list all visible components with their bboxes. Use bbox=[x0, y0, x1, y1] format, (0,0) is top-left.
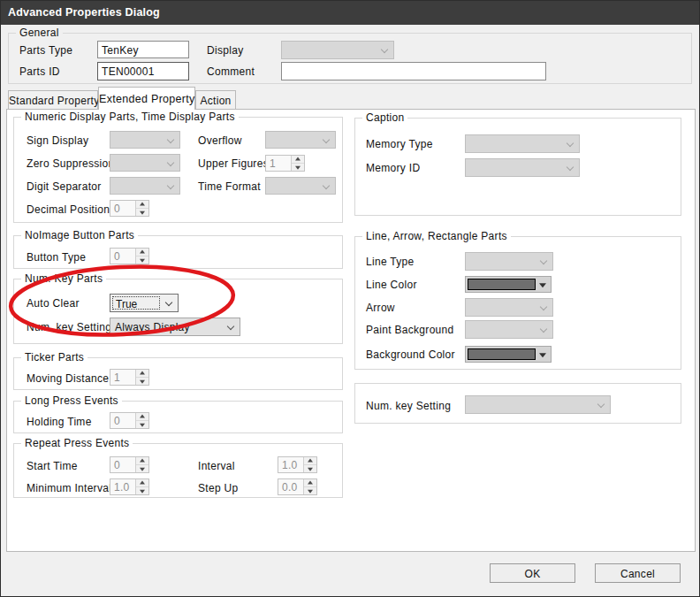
sign-display-combobox[interactable] bbox=[110, 131, 180, 149]
spin-down-button[interactable] bbox=[304, 464, 316, 472]
parts-type-label: Parts Type bbox=[19, 44, 72, 57]
group-long-press-events-title: Long Press Events bbox=[21, 394, 122, 407]
start-time-spinner[interactable]: 0 bbox=[110, 456, 149, 473]
decimal-position-label: Decimal Position bbox=[27, 203, 110, 216]
overflow-combobox[interactable] bbox=[265, 131, 336, 149]
num-key-setting-box-combobox[interactable] bbox=[465, 395, 611, 414]
spin-down-button[interactable] bbox=[136, 420, 148, 428]
step-up-spinner[interactable]: 0.0 bbox=[278, 478, 317, 495]
zero-suppression-combobox[interactable] bbox=[110, 154, 180, 172]
chevron-down-icon bbox=[167, 136, 174, 143]
holding-time-spinner[interactable]: 0 bbox=[110, 412, 149, 429]
parts-id-field[interactable]: TEN00001 bbox=[97, 62, 189, 80]
group-line-arrow-rectangle: Line, Arrow, Rectangle Parts Line Type L… bbox=[354, 236, 681, 370]
memory-id-combobox[interactable] bbox=[465, 158, 580, 177]
moving-distance-label: Moving Distance bbox=[27, 372, 109, 385]
spin-down-button[interactable] bbox=[136, 208, 148, 216]
num-key-setting-combobox[interactable]: Always Display bbox=[110, 318, 240, 336]
button-type-spinner[interactable]: 0 bbox=[110, 248, 149, 264]
spin-down-button[interactable] bbox=[292, 163, 304, 171]
tab-extended-property[interactable]: Extended Property bbox=[98, 87, 195, 110]
spin-up-button[interactable] bbox=[136, 370, 148, 377]
group-numeric-display: Numeric Display Parts, Time Display Part… bbox=[13, 117, 343, 223]
upper-figures-spinner[interactable]: 1 bbox=[265, 155, 305, 172]
group-repeat-press-events-title: Repeat Press Events bbox=[21, 437, 133, 449]
spin-up-button[interactable] bbox=[136, 249, 148, 256]
tab-standard-property[interactable]: Standard Property bbox=[8, 90, 98, 109]
decimal-position-spinner[interactable]: 0 bbox=[110, 200, 149, 217]
line-type-combobox[interactable] bbox=[465, 252, 553, 271]
moving-distance-spinner[interactable]: 1 bbox=[110, 369, 149, 386]
chevron-down-icon bbox=[165, 299, 172, 306]
spin-down-button[interactable] bbox=[136, 464, 148, 472]
auto-clear-combobox[interactable]: True bbox=[110, 294, 179, 312]
arrow-combobox[interactable] bbox=[465, 298, 553, 317]
auto-clear-label: Auto Clear bbox=[27, 297, 80, 310]
memory-type-combobox[interactable] bbox=[465, 134, 580, 153]
upper-figures-label: Upper Figures bbox=[198, 157, 269, 170]
group-caption: Caption Memory Type Memory ID bbox=[354, 118, 681, 216]
parts-type-field[interactable]: TenKey bbox=[97, 41, 189, 58]
spin-up-button[interactable] bbox=[136, 479, 148, 486]
interval-spinner[interactable]: 1.0 bbox=[278, 456, 317, 473]
chevron-down-icon bbox=[167, 182, 174, 189]
zero-suppression-label: Zero Suppression bbox=[27, 157, 115, 170]
background-color-label: Background Color bbox=[366, 348, 455, 361]
group-numeric-display-title: Numeric Display Parts, Time Display Part… bbox=[21, 111, 239, 123]
window-title: Advanced Properties Dialog bbox=[8, 6, 160, 19]
line-color-picker[interactable] bbox=[465, 276, 552, 293]
chevron-down-icon bbox=[597, 401, 605, 408]
chevron-down-icon bbox=[540, 303, 547, 310]
group-repeat-press-events: Repeat Press Events Start Time 0 Interva… bbox=[13, 443, 343, 498]
step-up-label: Step Up bbox=[198, 482, 238, 494]
spin-down-button[interactable] bbox=[136, 256, 148, 264]
num-key-setting-label: Num. key Setting bbox=[27, 321, 111, 333]
title-bar[interactable]: Advanced Properties Dialog bbox=[1, 1, 699, 25]
spin-up-button[interactable] bbox=[304, 457, 316, 464]
start-time-label: Start Time bbox=[27, 460, 78, 472]
dropdown-arrow-icon bbox=[536, 279, 549, 290]
spin-down-button[interactable] bbox=[136, 486, 148, 494]
spin-down-button[interactable] bbox=[136, 377, 148, 385]
display-combobox[interactable] bbox=[281, 41, 394, 59]
paint-background-combobox[interactable] bbox=[465, 320, 553, 339]
minimum-interval-label: Minimum Interval bbox=[27, 482, 111, 494]
background-color-picker[interactable] bbox=[465, 346, 552, 363]
spin-up-button[interactable] bbox=[304, 479, 316, 486]
parts-id-label: Parts ID bbox=[19, 65, 60, 78]
group-num-key-setting: Num. key Setting bbox=[354, 383, 681, 424]
arrow-label: Arrow bbox=[366, 302, 395, 314]
tab-action[interactable]: Action bbox=[195, 90, 236, 109]
num-key-setting-box-label: Num. key Setting bbox=[366, 400, 451, 412]
ok-button[interactable]: OK bbox=[490, 563, 575, 583]
spin-up-button[interactable] bbox=[136, 201, 148, 208]
line-type-label: Line Type bbox=[366, 256, 415, 268]
digit-separator-label: Digit Separator bbox=[27, 180, 102, 193]
comment-field[interactable] bbox=[281, 62, 546, 80]
time-format-combobox[interactable] bbox=[265, 177, 336, 195]
spin-down-button[interactable] bbox=[304, 486, 316, 494]
overflow-label: Overflow bbox=[198, 134, 242, 147]
group-num-key-parts: Num. Key Parts Auto Clear True Num. key … bbox=[13, 279, 343, 344]
advanced-properties-dialog: Advanced Properties Dialog General Parts… bbox=[0, 0, 700, 597]
group-line-arrow-rectangle-title: Line, Arrow, Rectangle Parts bbox=[362, 230, 511, 242]
line-color-label: Line Color bbox=[366, 279, 417, 291]
digit-separator-combobox[interactable] bbox=[110, 177, 180, 195]
group-general: General Parts Type TenKey Display Parts … bbox=[8, 33, 692, 84]
chevron-down-icon bbox=[540, 257, 547, 264]
sign-display-label: Sign Display bbox=[27, 134, 88, 147]
spin-up-button[interactable] bbox=[292, 156, 304, 163]
chevron-down-icon bbox=[227, 323, 234, 330]
spin-up-button[interactable] bbox=[136, 413, 148, 420]
comment-label: Comment bbox=[207, 65, 255, 78]
chevron-down-icon bbox=[167, 159, 174, 166]
color-swatch bbox=[468, 348, 536, 360]
cancel-button[interactable]: Cancel bbox=[595, 563, 681, 583]
dropdown-arrow-icon bbox=[536, 348, 549, 360]
chevron-down-icon bbox=[567, 140, 574, 147]
group-noimage-button: NoImage Button Parts Button Type 0 bbox=[13, 235, 343, 269]
minimum-interval-spinner[interactable]: 1.0 bbox=[110, 478, 149, 495]
spin-up-button[interactable] bbox=[136, 457, 148, 464]
chevron-down-icon bbox=[540, 325, 547, 333]
display-label: Display bbox=[207, 44, 243, 57]
